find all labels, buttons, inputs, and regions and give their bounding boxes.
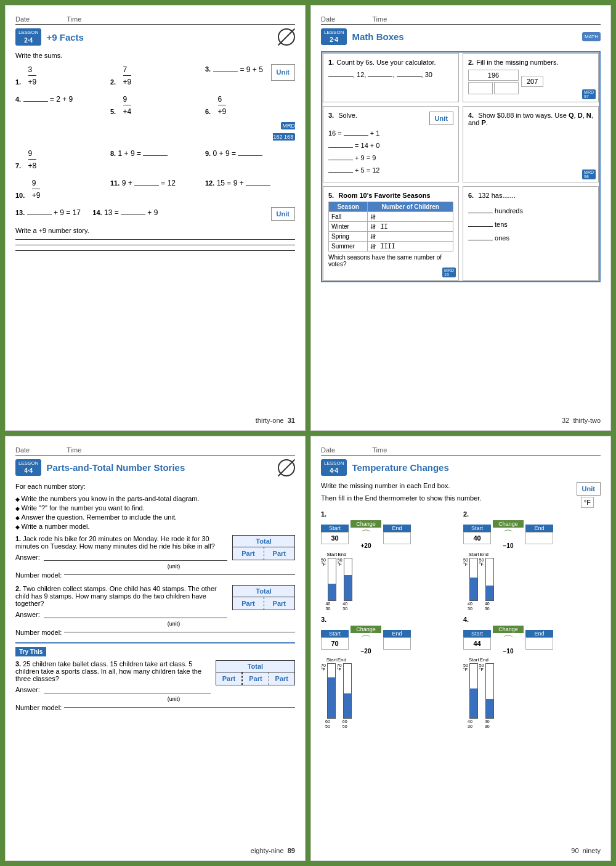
lesson-header: LESSON 4·4 Temperature Changes — [321, 459, 601, 476]
date-label: Date — [321, 15, 335, 23]
instruction-2: Then fill in the End thermometer to show… — [321, 494, 481, 502]
seasons-table: Season Number of Children Fall 𝍸 Winter … — [328, 202, 453, 251]
bullet-list: Write the numbers you know in the parts-… — [15, 495, 295, 530]
unit-box-box3: Unit — [429, 112, 453, 125]
date-time-row: Date Time — [15, 15, 295, 25]
page-number: eighty-nine 89 — [251, 847, 295, 854]
date-time-row: Date Time — [321, 446, 601, 455]
lesson-title: Math Boxes — [352, 31, 403, 42]
thermometer-pair-1: StartEnd 50°F 50°F — [321, 552, 458, 611]
diagram-3: Total Part Part Part — [216, 660, 295, 685]
page-temperature: Date Time LESSON 4·4 Temperature Changes… — [310, 436, 611, 862]
unit-label-1: (unit) — [52, 563, 295, 570]
math-box-6: 6. 132 has....... hundreds tens ones — [463, 186, 599, 280]
page-plus9-facts: Date Time LESSON 2·4 +9 Facts Write the … — [5, 5, 306, 431]
mrd-badge-4: MRD98 — [582, 170, 596, 179]
problems-row5: 13. + 9 = 17 14. 13 = + 9 Unit — [15, 207, 295, 221]
date-label: Date — [15, 446, 30, 454]
page-number: 32 thirty-two — [562, 417, 601, 424]
math-box-4: 4. Show $0.88 in two ways. Use Q, D, N, … — [463, 106, 599, 182]
problems-row1: 1. 3 +9 2. 7 +9 3. = 9 + 5 Unit — [15, 64, 295, 88]
time-label: Time — [67, 15, 81, 23]
story-line-2 — [15, 245, 295, 245]
instruction: Write the sums. — [15, 52, 295, 59]
mrd-badge-5: MRD16 — [442, 268, 456, 277]
instruction: For each number story: — [15, 483, 295, 490]
diagram-1: Total Part Part — [232, 535, 295, 560]
number-model-2: Number model: — [15, 629, 295, 636]
lesson-title: Parts-and-Total Number Stories — [46, 462, 185, 473]
math-box-3: 3. Solve. Unit 16 = + 1 = 14 + 0 + 9 = 9… — [323, 106, 459, 182]
page-number: thirty-one 31 — [256, 417, 295, 424]
unit-fahrenheit: °F — [581, 497, 594, 508]
page-math-boxes: Date Time LESSON 2·4 Math Boxes MATH 1.C… — [310, 5, 611, 431]
story-problem-3: Total Part Part Part 3. 25 children take… — [15, 660, 295, 711]
time-label: Time — [372, 15, 387, 23]
problem-2: 2. 7 +9 — [110, 64, 200, 88]
instruction-1: Write the missing number in each End box… — [321, 482, 481, 489]
problem-7: 7. 9 +8 — [15, 148, 105, 171]
answer-line-3: Answer: — [15, 686, 211, 693]
try-this-label: Try This — [15, 647, 46, 656]
thermometer-pair-4: StartEnd 50°F 50°F 4040 — [463, 657, 601, 729]
problem-8: 8. 1 + 9 = — [110, 148, 200, 171]
date-label: Date — [321, 446, 335, 454]
problem-1: 1. 3 +9 — [15, 64, 105, 88]
lesson-badge: LESSON 2·4 — [321, 28, 347, 45]
try-this-section: Try This Total Part Part Part 3. 25 chil… — [15, 642, 295, 711]
lesson-badge: LESSON 2·4 — [15, 28, 41, 45]
number-model-3: Number model: — [15, 704, 295, 711]
date-label: Date — [15, 15, 30, 23]
problem-6: 6. 6 +9 MRD162 163 — [205, 94, 295, 142]
unit-box-temp: Unit — [577, 482, 601, 496]
temp-problem-1: 1. Start 30 Change ⌒ +20 End StartE — [321, 510, 458, 611]
seasons-question: Which seasons have the same number of vo… — [328, 254, 453, 268]
answer-line-2: Answer: — [15, 611, 227, 618]
lesson-badge: LESSON 4·4 — [321, 459, 347, 476]
unit-box-2: Unit — [271, 207, 295, 221]
mrd-badge-2: MRD97 — [582, 89, 596, 99]
answer-line-1: Answer: — [15, 554, 227, 561]
problem-12: 12. 15 = 9 + — [205, 178, 295, 201]
story-line-3 — [15, 250, 295, 251]
math-box-1: 1.Count by 6s. Use your calculator. , 12… — [323, 53, 459, 102]
no-calculator-icon — [278, 28, 295, 46]
story-problem-2: Total Part Part 2. Two children collect … — [15, 585, 295, 636]
story-line-1 — [15, 239, 295, 240]
lesson-header: LESSON 4·4 Parts-and-Total Number Storie… — [15, 459, 295, 476]
temp-problem-2: 2. Start 40 Change ⌒ −10 End StartE — [463, 510, 601, 611]
page-parts-total: Date Time LESSON 4·4 Parts-and-Total Num… — [5, 436, 306, 862]
problem-5: 5. 9 +4 — [110, 94, 200, 142]
problem-11: 11. 9 + = 12 — [110, 178, 200, 201]
lesson-title: Temperature Changes — [352, 462, 448, 473]
math-box-2: 2.Fill in the missing numbers. 196 207 M… — [463, 53, 599, 102]
lesson-badge: LESSON 4·4 — [15, 459, 41, 476]
problem-3: 3. = 9 + 5 Unit — [205, 64, 295, 88]
math-box-5: 5. Room 10's Favorite Seasons Season Num… — [323, 186, 459, 280]
problems-row2: 4. = 2 + 9 5. 9 +4 6. 6 +9 MRD162 163 — [15, 94, 295, 142]
date-time-row: Date Time — [15, 446, 295, 455]
no-calculator-icon — [278, 459, 295, 476]
lesson-title: +9 Facts — [46, 32, 83, 43]
temp-problem-3: 3. Start 70 Change ⌒ −20 End StartE — [321, 616, 458, 729]
unit-box-1: Unit — [271, 64, 295, 81]
temp-problem-4: 4. Start 44 Change ⌒ −10 End StartE — [463, 616, 601, 729]
problem-9: 9. 0 + 9 = — [205, 148, 295, 171]
problems-row3: 7. 9 +8 8. 1 + 9 = 9. 0 + 9 = — [15, 148, 295, 171]
problems-row4: 10. 9 +9 11. 9 + = 12 12. 15 = 9 + — [15, 178, 295, 201]
unit-label-2: (unit) — [52, 621, 295, 627]
math-icon: MATH — [582, 32, 601, 41]
date-time-row: Date Time — [321, 15, 601, 25]
math-boxes-container: 1.Count by 6s. Use your calculator. , 12… — [321, 51, 601, 282]
math-boxes-grid: 1.Count by 6s. Use your calculator. , 12… — [322, 52, 599, 280]
problem-4: 4. = 2 + 9 — [15, 94, 105, 142]
problem-13: 13. + 9 = 17 14. 13 = + 9 — [15, 207, 264, 218]
diagram-2: Total Part Part — [232, 585, 295, 610]
page-number: 90 ninety — [571, 847, 601, 854]
story-prompt: Write a +9 number story. — [15, 227, 295, 234]
lesson-header: LESSON 2·4 Math Boxes MATH — [321, 28, 601, 45]
time-label: Time — [372, 446, 387, 454]
time-label: Time — [67, 446, 81, 454]
problem-10: 10. 9 +9 — [15, 178, 105, 201]
temp-problems-grid: 1. Start 30 Change ⌒ +20 End StartE — [321, 510, 601, 729]
